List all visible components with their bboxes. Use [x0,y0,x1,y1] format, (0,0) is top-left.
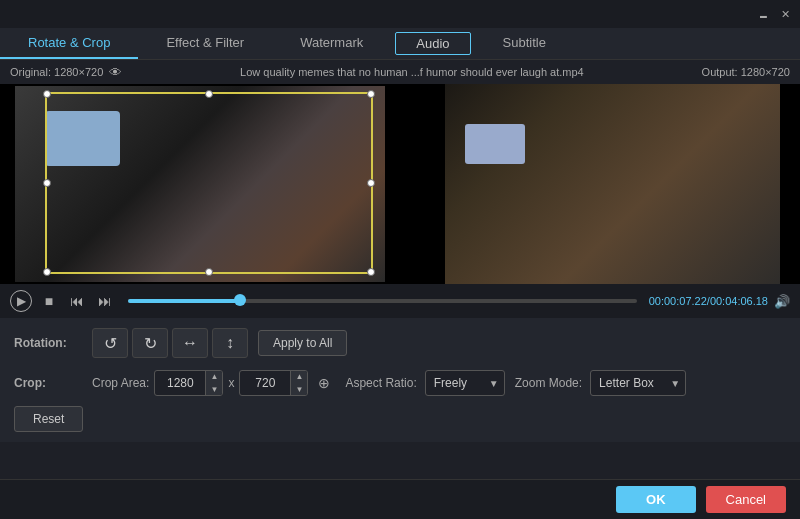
progress-fill [128,299,240,303]
rotate-left-button[interactable]: ↺ [92,328,128,358]
rotate-left-icon: ↺ [104,334,117,353]
aspect-ratio-label: Aspect Ratio: [345,376,416,390]
crop-handle-bottom-right[interactable] [367,268,375,276]
crop-handle-mid-left[interactable] [43,179,51,187]
reset-button[interactable]: Reset [14,406,83,432]
flip-vertical-icon: ↕ [226,334,234,352]
stop-button[interactable]: ■ [38,290,60,312]
video-canvas-left [15,86,385,282]
rotation-row: Rotation: ↺ ↻ ↔ ↕ Apply to All [14,328,786,358]
play-button[interactable]: ▶ [10,290,32,312]
zoom-mode-select-wrap: Letter Box Pan & Scan Full ▼ [590,370,686,396]
crop-width-input[interactable] [155,376,205,390]
flip-horizontal-icon: ↔ [182,334,198,352]
video-preview-left [0,84,400,284]
crop-handle-bottom-mid[interactable] [205,268,213,276]
progress-track[interactable] [128,299,637,303]
zoom-mode-section: Zoom Mode: Letter Box Pan & Scan Full ▼ [515,370,686,396]
time-current: 00:00:07.22 [649,295,707,307]
aspect-ratio-section: Aspect Ratio: Freely 16:9 4:3 1:1 9:16 ▼ [345,370,504,396]
minimize-button[interactable]: 🗕 [756,7,770,21]
bottom-panel: Rotation: ↺ ↻ ↔ ↕ Apply to All Crop: Cro… [0,318,800,442]
tab-effect-filter[interactable]: Effect & Filter [138,28,272,59]
crop-height-input-wrap: ▲ ▼ [239,370,308,396]
crop-row: Crop: Crop Area: ▲ ▼ x ▲ ▼ ⊕ Aspect Rat [14,370,786,396]
filename-label: Low quality memes that no human ...f hum… [240,66,584,78]
crop-label: Crop: [14,376,82,390]
aspect-ratio-select[interactable]: Freely 16:9 4:3 1:1 9:16 [425,370,505,396]
original-label: Original: 1280×720 [10,66,103,78]
x-separator: x [228,376,234,390]
crop-handle-top-left[interactable] [43,90,51,98]
close-button[interactable]: ✕ [778,7,792,21]
footer: OK Cancel [0,479,800,519]
apply-to-all-button[interactable]: Apply to All [258,330,347,356]
volume-icon[interactable]: 🔊 [774,294,790,309]
crop-width-down[interactable]: ▼ [206,383,222,396]
prev-button[interactable]: ⏮ [66,290,88,312]
zoom-mode-label: Zoom Mode: [515,376,582,390]
crop-height-input[interactable] [240,376,290,390]
crop-handle-top-mid[interactable] [205,90,213,98]
tv-screen-right [465,124,525,164]
crop-height-arrows: ▲ ▼ [290,370,307,396]
aspect-ratio-select-wrap: Freely 16:9 4:3 1:1 9:16 ▼ [425,370,505,396]
crop-handle-mid-right[interactable] [367,179,375,187]
crop-area-label: Crop Area: [92,376,149,390]
crop-width-up[interactable]: ▲ [206,370,222,383]
rotate-right-button[interactable]: ↻ [132,328,168,358]
tab-watermark[interactable]: Watermark [272,28,391,59]
crop-width-input-wrap: ▲ ▼ [154,370,223,396]
rotation-buttons: ↺ ↻ ↔ ↕ [92,328,248,358]
next-button[interactable]: ⏭ [94,290,116,312]
tab-bar: Rotate & Crop Effect & Filter Watermark … [0,28,800,60]
tab-subtitle[interactable]: Subtitle [475,28,574,59]
rotation-label: Rotation: [14,336,82,350]
time-total: 00:04:06.18 [710,295,768,307]
cancel-button[interactable]: Cancel [706,486,786,513]
tab-audio[interactable]: Audio [395,32,470,55]
video-area [0,84,800,284]
output-label: Output: 1280×720 [702,66,790,78]
crop-area-section: Crop Area: ▲ ▼ x ▲ ▼ ⊕ [92,370,335,396]
crop-height-up[interactable]: ▲ [291,370,307,383]
crop-handle-top-right[interactable] [367,90,375,98]
controls-bar: ▶ ■ ⏮ ⏭ 00:00:07.22/00:04:06.18 🔊 [0,284,800,318]
crop-width-arrows: ▲ ▼ [205,370,222,396]
flip-vertical-button[interactable]: ↕ [212,328,248,358]
title-bar: 🗕 ✕ [0,0,800,28]
black-bar-right [780,84,800,284]
crop-center-button[interactable]: ⊕ [313,372,335,394]
ok-button[interactable]: OK [616,486,696,513]
crop-overlay[interactable] [45,92,373,274]
progress-thumb[interactable] [234,294,246,306]
crop-handle-bottom-left[interactable] [43,268,51,276]
tab-rotate-crop[interactable]: Rotate & Crop [0,28,138,59]
time-display: 00:00:07.22/00:04:06.18 [649,295,768,307]
eye-icon[interactable]: 👁 [109,65,122,80]
info-bar: Original: 1280×720 👁 Low quality memes t… [0,60,800,84]
flip-horizontal-button[interactable]: ↔ [172,328,208,358]
reset-row: Reset [14,406,786,432]
crop-height-down[interactable]: ▼ [291,383,307,396]
zoom-mode-select[interactable]: Letter Box Pan & Scan Full [590,370,686,396]
rotate-right-icon: ↻ [144,334,157,353]
video-preview-right [400,84,800,284]
black-bar-left [400,84,445,284]
video-thumbnail-right [400,84,800,284]
